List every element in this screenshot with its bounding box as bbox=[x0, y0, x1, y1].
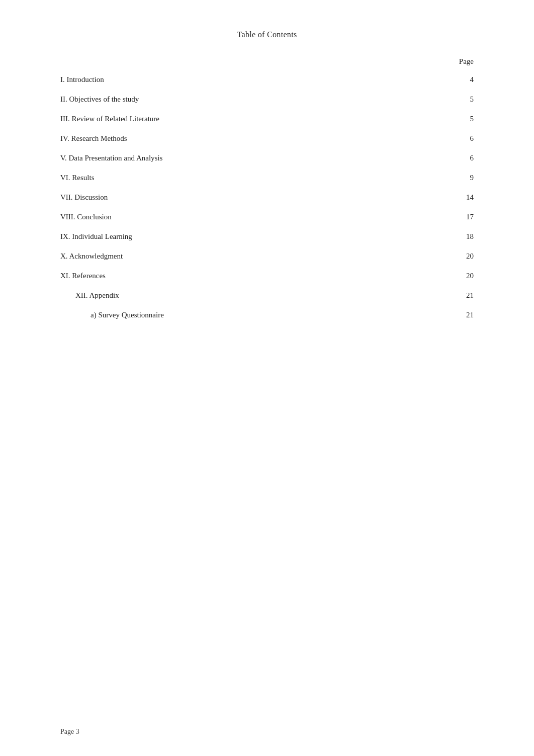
page-title: Table of Contents bbox=[60, 30, 474, 39]
toc-entry-page: 4 bbox=[454, 70, 474, 90]
toc-entry-page: 5 bbox=[454, 90, 474, 109]
toc-page-header-label: Page bbox=[454, 57, 474, 70]
toc-row: IX. Individual Learning18 bbox=[60, 227, 474, 246]
toc-entry-label: III. Review of Related Literature bbox=[60, 109, 454, 129]
toc-entry-page: 20 bbox=[454, 246, 474, 266]
toc-row: XI. References20 bbox=[60, 266, 474, 286]
toc-entry-page: 6 bbox=[454, 148, 474, 168]
toc-page-header-row: Page bbox=[60, 57, 474, 70]
toc-entry-label: V. Data Presentation and Analysis bbox=[60, 148, 454, 168]
toc-entry-page: 20 bbox=[454, 266, 474, 286]
toc-row: VI. Results9 bbox=[60, 168, 474, 188]
toc-row: IV. Research Methods6 bbox=[60, 129, 474, 148]
toc-entry-page: 5 bbox=[454, 109, 474, 129]
toc-table: Page bbox=[60, 57, 474, 70]
toc-entry-page: 6 bbox=[454, 129, 474, 148]
toc-row: III. Review of Related Literature5 bbox=[60, 109, 474, 129]
toc-row: X. Acknowledgment20 bbox=[60, 246, 474, 266]
toc-entry-label: VII. Discussion bbox=[60, 188, 454, 207]
toc-entry-label: IV. Research Methods bbox=[60, 129, 454, 148]
toc-entry-page: 14 bbox=[454, 188, 474, 207]
toc-row: VII. Discussion14 bbox=[60, 188, 474, 207]
toc-row: V. Data Presentation and Analysis6 bbox=[60, 148, 474, 168]
toc-entry-label: VIII. Conclusion bbox=[60, 207, 454, 227]
toc-entry-page: 18 bbox=[454, 227, 474, 246]
toc-entry-page: 21 bbox=[454, 305, 474, 325]
toc-row: I. Introduction4 bbox=[60, 70, 474, 90]
toc-entry-label: II. Objectives of the study bbox=[60, 90, 454, 109]
toc-entry-label: XI. References bbox=[60, 266, 454, 286]
toc-entry-label: I. Introduction bbox=[60, 70, 454, 90]
page-footer: Page 3 bbox=[60, 728, 79, 736]
toc-entry-label: XII. Appendix bbox=[60, 286, 454, 305]
toc-page-header-empty bbox=[60, 57, 454, 70]
toc-row: VIII. Conclusion17 bbox=[60, 207, 474, 227]
toc-entry-label: a) Survey Questionnaire bbox=[60, 305, 454, 325]
toc-entry-label: IX. Individual Learning bbox=[60, 227, 454, 246]
toc-entries-table: I. Introduction4II. Objectives of the st… bbox=[60, 70, 474, 325]
page: Table of Contents Page I. Introduction4I… bbox=[0, 0, 534, 756]
toc-entry-page: 17 bbox=[454, 207, 474, 227]
toc-entry-label: VI. Results bbox=[60, 168, 454, 188]
toc-row: II. Objectives of the study5 bbox=[60, 90, 474, 109]
toc-row: XII. Appendix21 bbox=[60, 286, 474, 305]
toc-row: a) Survey Questionnaire21 bbox=[60, 305, 474, 325]
toc-entry-page: 9 bbox=[454, 168, 474, 188]
toc-entry-label: X. Acknowledgment bbox=[60, 246, 454, 266]
toc-entry-page: 21 bbox=[454, 286, 474, 305]
